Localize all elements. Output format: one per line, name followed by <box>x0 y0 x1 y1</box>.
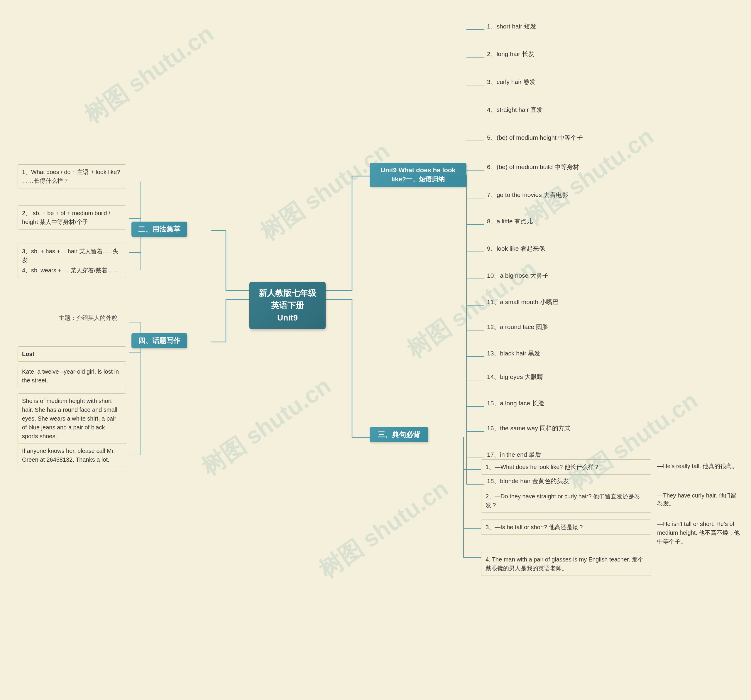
vocab-item-18: 18、blonde hair 金黄色的头发 <box>487 477 569 485</box>
sentence-q-4: 4. The man with a pair of glasses is my … <box>481 552 651 576</box>
vocab-item-3: 3、curly hair 卷发 <box>487 78 536 86</box>
vocab-item-16: 16、the same way 同样的方式 <box>487 424 570 432</box>
topic-label: 主题：介绍某人的外貌 <box>59 314 117 322</box>
vocab-item-17: 17、in the end 最后 <box>487 451 541 459</box>
vocab-item-9: 9、look like 看起来像 <box>487 245 545 253</box>
vocab-item-4: 4、straight hair 直发 <box>487 106 543 114</box>
vocab-item-11: 11、a small mouth 小嘴巴 <box>487 298 559 306</box>
branch-topic: 四、话题写作 <box>131 333 187 348</box>
branch-topic-label: 四、话题写作 <box>138 337 181 345</box>
vocab-item-6: 6、(be) of medium build 中等身材 <box>487 163 579 171</box>
branch-sentences-label: 三、典句必背 <box>378 431 420 438</box>
vocab-item-7: 7、go to the movies 去看电影 <box>487 191 568 199</box>
grammar-item-2: 2、 sb. + be + of + medium build / height… <box>18 206 126 229</box>
sentence-a-1: —He's really tall. 他真的很高。 <box>657 462 739 470</box>
vocab-item-10: 10、a big nose 大鼻子 <box>487 271 549 280</box>
sentence-a-3: —He isn't tall or short. He's of medium … <box>657 519 742 546</box>
grammar-item-4: 4、sb. wears + … 某人穿着/戴着...... <box>18 263 126 278</box>
topic-title: Lost <box>18 346 126 362</box>
topic-content-3: If anyone knows her, please call Mr. Gre… <box>18 443 126 467</box>
branch-grammar: 二、用法集萃 <box>131 221 187 237</box>
vocab-item-14: 14、big eyes 大眼睛 <box>487 373 543 381</box>
sentence-q-2: 2、—Do they have straight or curly hair? … <box>481 489 651 513</box>
branch-grammar-label: 二、用法集萃 <box>138 225 181 233</box>
central-node: 新人教版七年级英语下册 Unit9 <box>249 282 326 329</box>
central-label: 新人教版七年级英语下册 Unit9 <box>259 288 316 322</box>
branch-vocab-label: Unit9 What does he look like?一、短语归纳 <box>380 166 455 183</box>
sentence-a-2: —They have curly hair. 他们留卷发。 <box>657 492 742 508</box>
vocab-item-5: 5、(be) of medium height 中等个子 <box>487 133 583 142</box>
sentence-q-3: 3、—Is he tall or short? 他高还是矮？ <box>481 519 651 535</box>
grammar-item-1: 1、What does / do + 主语 + look like? ……长得什… <box>18 164 126 189</box>
vocab-item-2: 2、long hair 长发 <box>487 50 534 58</box>
vocab-item-15: 15、a long face 长脸 <box>487 399 544 407</box>
vocab-item-12: 12、a round face 圆脸 <box>487 323 548 331</box>
branch-vocab: Unit9 What does he look like?一、短语归纳 <box>369 163 467 187</box>
vocab-item-13: 13、black hair 黑发 <box>487 349 540 358</box>
branch-sentences: 三、典句必背 <box>369 427 428 442</box>
topic-content-2: She is of medium height with short hair.… <box>18 393 126 444</box>
topic-content-1: Kate, a twelve –year-old girl, is lost i… <box>18 364 126 388</box>
sentence-q-1: 1、—What does he look like? 他长什么样？ <box>481 459 651 475</box>
vocab-item-8: 8、a little 有点儿 <box>487 217 533 225</box>
vocab-item-1: 1、short hair 短发 <box>487 22 536 31</box>
